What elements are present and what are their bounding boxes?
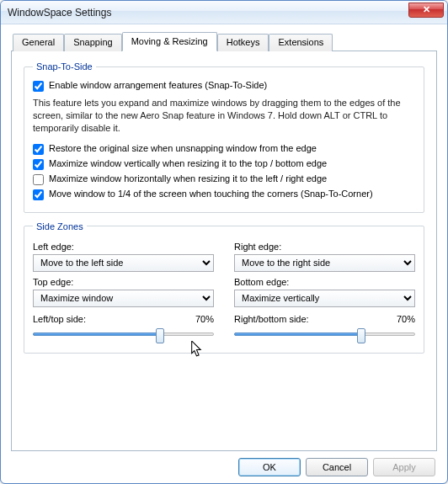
slider-thumb[interactable]: [156, 328, 164, 343]
content-area: General Snapping Moving & Resizing Hotke…: [1, 24, 447, 483]
settings-window: WindowSpace Settings ✕ General Snapping …: [0, 0, 448, 484]
tab-general[interactable]: General: [13, 34, 64, 51]
right-edge-label: Right edge:: [234, 242, 415, 252]
left-edge-select[interactable]: Move to the left side: [33, 254, 214, 272]
close-button[interactable]: ✕: [408, 3, 444, 18]
top-edge-label: Top edge:: [33, 277, 214, 287]
right-slider-value: 70%: [397, 314, 415, 324]
left-slider-value: 70%: [195, 314, 214, 324]
tab-moving-resizing[interactable]: Moving & Resizing: [122, 32, 217, 51]
snap-to-side-group: Snap-To-Side Enable window arrangement f…: [24, 61, 424, 213]
tab-strip: General Snapping Moving & Resizing Hotke…: [13, 34, 437, 51]
left-slider-label: Left/top side:: [33, 314, 86, 324]
titlebar[interactable]: WindowSpace Settings ✕: [1, 1, 447, 24]
close-icon: ✕: [423, 4, 430, 15]
snap-to-corner-label: Move window to 1/4 of the screen when to…: [49, 189, 373, 199]
tab-snapping[interactable]: Snapping: [64, 34, 122, 51]
snap-description: This feature lets you expand and maximiz…: [33, 97, 415, 135]
slider-fill: [234, 332, 361, 336]
zones-legend: Side Zones: [33, 221, 87, 231]
maximize-vertical-label: Maximize window vertically when resizing…: [49, 158, 327, 168]
tab-hotkeys[interactable]: Hotkeys: [217, 34, 269, 51]
cancel-button[interactable]: Cancel: [306, 458, 368, 476]
cursor-icon: [191, 341, 203, 358]
slider-thumb[interactable]: [357, 328, 365, 343]
ok-button[interactable]: OK: [238, 458, 301, 476]
restore-size-checkbox[interactable]: [33, 144, 44, 155]
right-edge-select[interactable]: Move to the right side: [234, 254, 415, 272]
restore-size-label: Restore the original size when unsnappin…: [49, 143, 317, 153]
bottom-edge-select[interactable]: Maximize vertically: [234, 290, 415, 307]
bottom-edge-label: Bottom edge:: [234, 277, 415, 287]
maximize-horizontal-checkbox[interactable]: [33, 174, 44, 185]
slider-fill: [33, 332, 160, 336]
right-slider[interactable]: [234, 326, 415, 344]
right-zone-column: Right edge: Move to the right side Botto…: [234, 237, 415, 344]
snap-to-corner-checkbox[interactable]: [33, 189, 44, 200]
dialog-buttons: OK Cancel Apply: [11, 451, 437, 476]
right-slider-label: Right/bottom side:: [234, 314, 309, 324]
tab-panel: Snap-To-Side Enable window arrangement f…: [11, 51, 437, 451]
left-slider[interactable]: [33, 326, 214, 344]
window-title: WindowSpace Settings: [8, 7, 408, 19]
left-edge-label: Left edge:: [33, 242, 214, 252]
enable-snap-label: Enable window arrangement features (Snap…: [49, 80, 267, 90]
side-zones-group: Side Zones Left edge: Move to the left s…: [24, 221, 424, 354]
enable-snap-checkbox[interactable]: [33, 81, 44, 92]
apply-button: Apply: [373, 458, 435, 476]
snap-legend: Snap-To-Side: [33, 61, 96, 72]
left-zone-column: Left edge: Move to the left side Top edg…: [33, 237, 214, 344]
maximize-vertical-checkbox[interactable]: [33, 159, 44, 170]
maximize-horizontal-label: Maximize window horizontally when resizi…: [49, 173, 327, 183]
top-edge-select[interactable]: Maximize window: [33, 290, 214, 307]
tab-extensions[interactable]: Extensions: [269, 34, 333, 51]
